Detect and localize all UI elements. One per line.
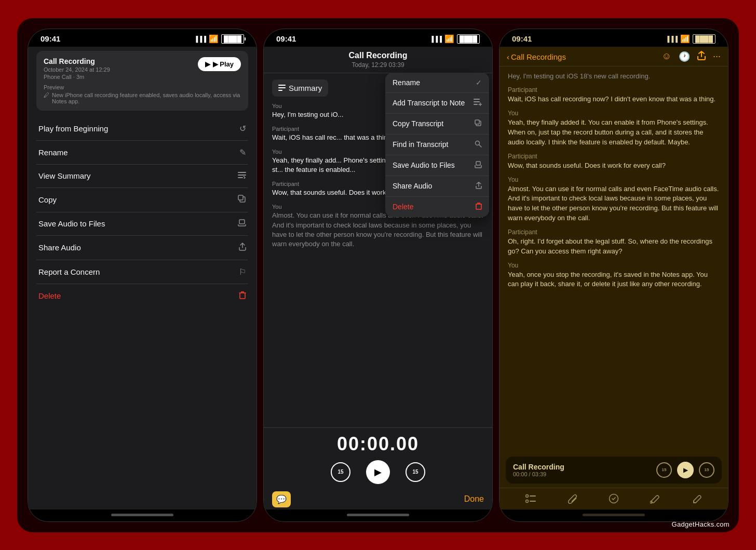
p3-entry-6: You Yeah, once you stop the recording, i… xyxy=(508,262,720,290)
menu-item-save-audio[interactable]: Save Audio to Files xyxy=(36,212,248,236)
toolbar-edit-button[interactable] xyxy=(692,493,702,506)
back-chevron-icon: ‹ xyxy=(507,52,509,61)
phone1-menu-list: Play from Beginning ↺ Rename ✎ View Summ… xyxy=(36,117,248,308)
phone3-home-indicator xyxy=(583,514,645,516)
more-nav-button[interactable]: ··· xyxy=(713,51,721,63)
dropdown-label-copy-transcript: Copy Transcript xyxy=(393,119,443,128)
p3-entry-5: Participant Oh, right. I'd forget about … xyxy=(508,229,720,257)
summary-label: Summary xyxy=(289,84,322,92)
p3-play-icon: ▶ xyxy=(683,466,688,474)
menu-label-rename: Rename xyxy=(38,148,68,157)
play-icon: ▶ xyxy=(374,466,382,478)
play-pause-button[interactable]: ▶ xyxy=(366,460,390,484)
dropdown-item-delete[interactable]: Delete xyxy=(385,197,489,217)
phone3-toolbar xyxy=(500,488,728,509)
recording-card-header: Call Recording October 24, 2024 at 12:29… xyxy=(44,57,241,80)
p3-entry-1: Participant Wait, iOS has call recording… xyxy=(508,86,720,104)
p3-text-1: Wait, iOS has call recording now? I didn… xyxy=(508,95,720,104)
menu-label-view-summary: View Summary xyxy=(38,171,91,180)
svg-rect-0 xyxy=(238,172,246,173)
menu-item-copy[interactable]: Copy xyxy=(36,188,248,212)
phone2-dropdown: Rename ✓ Add Transcript to Note xyxy=(385,73,489,217)
svg-rect-5 xyxy=(239,220,245,224)
toolbar-paint-button[interactable] xyxy=(650,493,660,506)
summary-tab[interactable]: Summary xyxy=(272,79,328,97)
clock-button[interactable]: 🕐 xyxy=(679,51,690,63)
p3-text-4: Almost. You can use it for normal calls … xyxy=(508,184,720,223)
skip-forward-label: 15 xyxy=(412,469,418,475)
nav-back-button[interactable]: ‹ Call Recordings xyxy=(507,52,566,61)
dropdown-item-save-audio[interactable]: Save Audio to Files xyxy=(385,155,489,176)
p3-play-button[interactable]: ▶ xyxy=(677,462,694,478)
toolbar-attachment-button[interactable] xyxy=(568,493,577,506)
p3-player-controls: 15 ▶ 15 xyxy=(656,462,714,478)
phone3-content: ‹ Call Recordings ☺ 🕐 ··· xyxy=(500,47,728,509)
svg-rect-10 xyxy=(474,101,480,102)
menu-item-report-concern[interactable]: Report a Concern ⚐ xyxy=(36,260,248,284)
player-time: 00:00.00 xyxy=(337,433,419,455)
phone2-header-subtitle: Today, 12:29 03:39 xyxy=(272,61,484,69)
preview-content: New iPhone call recording feature enable… xyxy=(52,92,241,104)
phone-1: 09:41 ▐▐▐ 📶 ████ Call Recording October … xyxy=(28,29,257,522)
p3-entry-4: You Almost. You can use it for normal ca… xyxy=(508,176,720,223)
toolbar-checklist-button[interactable] xyxy=(525,493,537,506)
dropdown-item-share-audio[interactable]: Share Audio xyxy=(385,176,489,197)
menu-label-save-audio: Save Audio to Files xyxy=(38,219,105,228)
dropdown-item-rename[interactable]: Rename ✓ xyxy=(385,73,489,93)
menu-item-view-summary[interactable]: View Summary xyxy=(36,165,248,188)
menu-item-rename[interactable]: Rename ✎ xyxy=(36,141,248,165)
dropdown-label-rename: Rename xyxy=(393,78,420,87)
menu-item-play-from-beginning[interactable]: Play from Beginning ↺ xyxy=(36,117,248,141)
p3-text-2: Yeah, they finally added it. You can ena… xyxy=(508,118,720,147)
phone-2: 09:41 ▐▐▐ 📶 ████ Call Recording Today, 1… xyxy=(263,29,493,522)
phone3-time: 09:41 xyxy=(512,34,532,43)
menu-icon-save-audio xyxy=(238,219,246,229)
done-button[interactable]: Done xyxy=(464,494,484,504)
phone1-home-indicator xyxy=(111,514,173,516)
emoji-button[interactable]: ☺ xyxy=(662,51,671,63)
dropdown-icon-find-transcript xyxy=(475,140,482,149)
menu-icon-play-from-beginning: ↺ xyxy=(239,124,246,133)
menu-item-delete[interactable]: Delete xyxy=(36,284,248,308)
dropdown-icon-copy-transcript xyxy=(475,119,482,128)
phone3-transcript: Hey, I'm testing out iOS 18's new call r… xyxy=(500,66,728,452)
recording-type: Phone Call · 3m xyxy=(44,74,110,80)
dropdown-label-share-audio: Share Audio xyxy=(393,182,432,190)
skip-forward-button[interactable]: 15 xyxy=(406,462,425,482)
phone2-footer: 💬 Done xyxy=(264,487,492,509)
play-button[interactable]: ▶ ▶ Play xyxy=(198,57,241,71)
svg-rect-11 xyxy=(474,104,478,105)
p3-text-5: Oh, right. I'd forget about the legal st… xyxy=(508,237,720,257)
menu-label-report-concern: Report a Concern xyxy=(38,267,100,276)
p3-entry-2: You Yeah, they finally added it. You can… xyxy=(508,110,720,147)
feedback-button[interactable]: 💬 xyxy=(272,491,291,507)
dropdown-label-find-transcript: Find in Transcript xyxy=(393,140,448,149)
phone2-home-indicator xyxy=(347,514,409,516)
menu-icon-rename: ✎ xyxy=(239,147,246,157)
dropdown-item-add-transcript[interactable]: Add Transcript to Note xyxy=(385,93,489,114)
play-icon: ▶ xyxy=(205,60,210,68)
p3-skip-forward-button[interactable]: 15 xyxy=(699,462,714,478)
phone1-status-icons: ▐▐▐ 📶 ████ xyxy=(194,34,244,44)
menu-item-share-audio[interactable]: Share Audio xyxy=(36,236,248,260)
dropdown-label-add-transcript: Add Transcript to Note xyxy=(393,99,465,107)
signal-icon: ▐▐▐ xyxy=(194,36,206,42)
svg-point-17 xyxy=(526,500,529,502)
menu-icon-share-audio xyxy=(239,243,246,253)
p3-entry-intro: Hey, I'm testing out iOS 18's new call r… xyxy=(508,72,720,82)
dropdown-icon-share-audio xyxy=(476,182,482,191)
menu-label-share-audio: Share Audio xyxy=(38,243,81,252)
phone2-status-icons: ▐▐▐ 📶 ████ xyxy=(430,34,480,44)
signal-icon2: ▐▐▐ xyxy=(430,36,442,42)
svg-rect-1 xyxy=(238,175,246,176)
p3-skip-back-button[interactable]: 15 xyxy=(656,462,672,478)
svg-rect-2 xyxy=(238,177,243,178)
play-label: ▶ Play xyxy=(213,60,234,68)
menu-label-delete: Delete xyxy=(38,291,61,300)
skip-back-button[interactable]: 15 xyxy=(331,462,350,482)
dropdown-item-copy-transcript[interactable]: Copy Transcript xyxy=(385,114,489,135)
toolbar-compose-button[interactable] xyxy=(609,493,619,506)
share-nav-button[interactable] xyxy=(697,51,706,63)
dropdown-item-find-transcript[interactable]: Find in Transcript xyxy=(385,135,489,155)
svg-rect-15 xyxy=(476,162,480,165)
